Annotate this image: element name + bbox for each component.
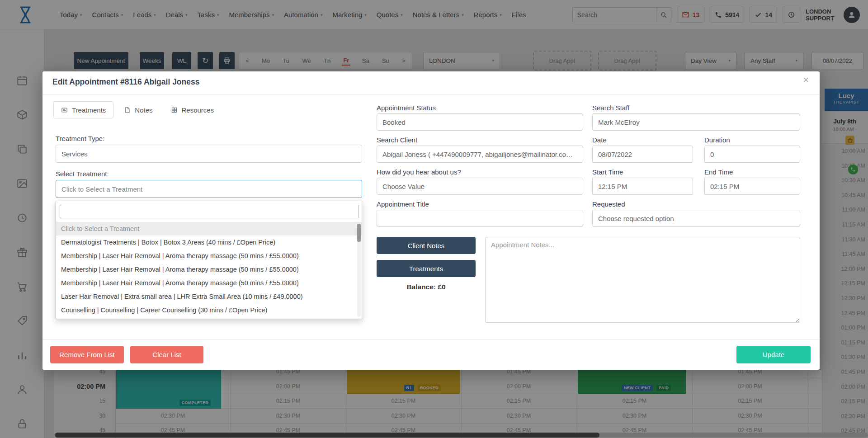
search-client-input[interactable] bbox=[377, 146, 583, 163]
remove-from-list-button[interactable]: Remove From List bbox=[50, 346, 124, 363]
start-time-label: Start Time bbox=[592, 168, 623, 176]
footer-divider bbox=[42, 339, 820, 339]
requested-select[interactable]: Choose requested option bbox=[592, 210, 800, 227]
treatment-type-label: Treatment Type: bbox=[56, 135, 104, 142]
search-client-label: Search Client bbox=[377, 136, 417, 144]
treatment-option[interactable]: Click to Select a Treatment bbox=[56, 222, 362, 235]
search-staff-label: Search Staff bbox=[592, 104, 629, 112]
select-treatment-label: Select Treatment: bbox=[56, 170, 109, 178]
duration-label: Duration bbox=[704, 136, 730, 144]
appointment-title-input[interactable] bbox=[377, 210, 583, 227]
end-time-label: End Time bbox=[704, 168, 733, 176]
start-time-input[interactable] bbox=[592, 178, 693, 195]
close-icon[interactable]: × bbox=[803, 75, 809, 85]
modal-tabs: Treatments Notes Resources bbox=[53, 101, 222, 118]
treatment-option[interactable]: Membership | Laser Hair Removal | Aroma … bbox=[56, 276, 362, 290]
tab-notes[interactable]: Notes bbox=[116, 101, 160, 118]
note-icon bbox=[124, 107, 131, 113]
clear-list-button[interactable]: Clear List bbox=[130, 346, 203, 363]
balance-text: Balance: £0 bbox=[377, 283, 476, 291]
appointment-notes-textarea[interactable] bbox=[485, 237, 800, 323]
search-staff-input[interactable] bbox=[592, 113, 800, 131]
treatment-option[interactable]: Membership | Laser Hair Removal | Aroma … bbox=[56, 249, 362, 263]
appointment-status-label: Appointment Status bbox=[377, 104, 436, 112]
treatment-search-input[interactable] bbox=[60, 205, 359, 218]
end-time-input[interactable] bbox=[704, 178, 800, 195]
treatment-option[interactable]: Membership | Laser Hair Removal | Aroma … bbox=[56, 263, 362, 276]
requested-label: Requested bbox=[592, 200, 625, 208]
treatment-dropdown-panel: Click to Select a Treatment Dermatologis… bbox=[56, 201, 362, 319]
tab-resources[interactable]: Resources bbox=[163, 101, 222, 118]
tab-treatments[interactable]: Treatments bbox=[53, 101, 113, 118]
select-treatment-combobox[interactable]: Click to Select a Treatment bbox=[56, 180, 362, 198]
dropdown-scrollbar-thumb[interactable] bbox=[357, 224, 361, 242]
update-button[interactable]: Update bbox=[736, 346, 811, 363]
treatment-option[interactable]: Dermatologist Treatments | Botox | Botox… bbox=[56, 235, 362, 249]
modal-title: Edit Appointment #8116 Abigail Joness bbox=[52, 77, 199, 87]
appointment-title-label: Appointment Title bbox=[377, 200, 429, 208]
treatments-button[interactable]: Treatments bbox=[377, 260, 476, 277]
card-list-icon bbox=[61, 107, 68, 113]
duration-input[interactable] bbox=[704, 146, 800, 163]
treatment-option[interactable]: Counselling | Counselling | Career Couns… bbox=[56, 303, 362, 317]
treatment-type-select[interactable]: Services bbox=[56, 145, 362, 163]
edit-appointment-modal: Edit Appointment #8116 Abigail Joness × … bbox=[42, 71, 820, 370]
date-input[interactable] bbox=[592, 146, 693, 163]
hear-about-select[interactable]: Choose Value bbox=[377, 178, 583, 195]
appointment-status-select[interactable]: Booked bbox=[377, 113, 583, 131]
grid-icon bbox=[171, 107, 178, 113]
header-divider bbox=[42, 94, 820, 94]
treatment-options-list: Click to Select a Treatment Dermatologis… bbox=[56, 222, 362, 317]
client-notes-button[interactable]: Client Notes bbox=[377, 237, 476, 254]
hear-about-label: How did you hear about us? bbox=[377, 168, 461, 176]
date-label: Date bbox=[592, 136, 607, 144]
treatment-option[interactable]: Laser Hair Removal | Extra small area | … bbox=[56, 290, 362, 303]
